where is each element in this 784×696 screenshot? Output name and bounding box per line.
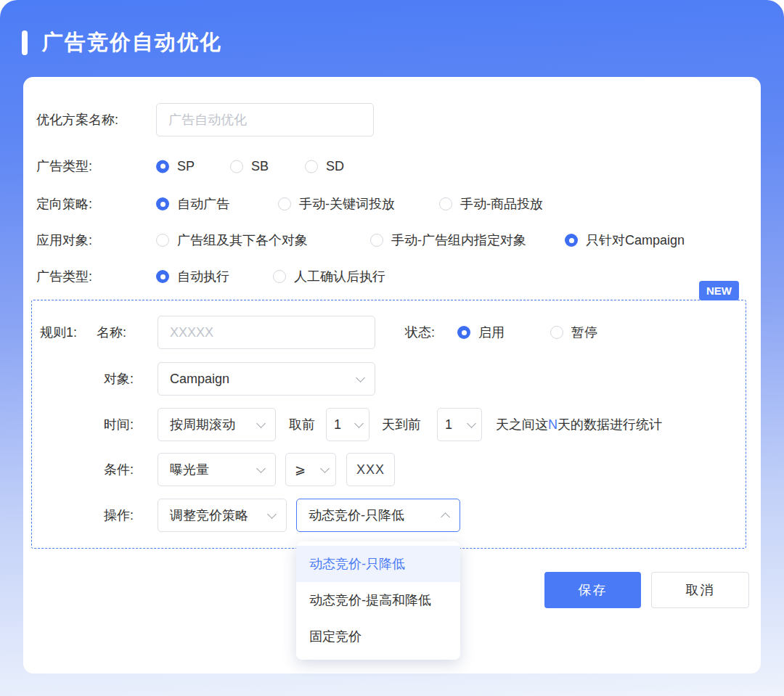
- radio-selected-icon: [156, 197, 169, 210]
- apply-target-label: 应用对象:: [36, 232, 92, 249]
- condition-operator-select[interactable]: ⩾: [285, 453, 336, 486]
- radio-label: 手动-关键词投放: [299, 195, 395, 213]
- action-strategy-select[interactable]: 调整竞价策略: [158, 499, 287, 532]
- radio-apply-adgroup-all[interactable]: 广告组及其下各个对象: [156, 232, 308, 249]
- radio-label: 自动执行: [177, 268, 229, 285]
- chevron-down-icon: [267, 509, 277, 519]
- radio-label: SD: [326, 159, 344, 174]
- select-value: 曝光量: [170, 461, 209, 478]
- save-button[interactable]: 保存: [544, 572, 641, 608]
- radio-execute-manual-confirm[interactable]: 人工确认后执行: [273, 268, 385, 285]
- rule-object-label: 对象:: [104, 370, 134, 388]
- radio-unselected-icon: [273, 270, 286, 283]
- radio-unselected-icon: [370, 234, 383, 247]
- radio-selected-icon: [156, 270, 169, 283]
- radio-unselected-icon: [550, 326, 563, 339]
- radio-label: SP: [177, 159, 195, 174]
- hint-text: 天的数据进行统计: [558, 417, 662, 432]
- radio-label: 暂停: [571, 324, 597, 341]
- menu-item-fixed-bid[interactable]: 固定竞价: [296, 618, 460, 655]
- input-value: XXX: [356, 462, 385, 478]
- rule-time-label: 时间:: [104, 416, 134, 433]
- rule-title: 规则1:: [40, 324, 77, 341]
- radio-selected-icon: [565, 234, 578, 247]
- cancel-button[interactable]: 取消: [651, 572, 749, 608]
- new-badge: NEW: [699, 281, 739, 300]
- radio-status-paused[interactable]: 暂停: [550, 324, 597, 341]
- time-to-days-select[interactable]: 1: [437, 408, 482, 441]
- title-accent-bar: [22, 30, 28, 55]
- chevron-up-icon: [441, 512, 450, 522]
- radio-label: 广告组及其下各个对象: [177, 232, 308, 249]
- hint-text: 天之间这: [496, 417, 548, 432]
- radio-selected-icon: [156, 160, 169, 173]
- rule-action-label: 操作:: [104, 507, 134, 524]
- radio-label: 启用: [478, 324, 505, 341]
- ad-type-label: 广告类型:: [36, 157, 92, 175]
- execute-mode-label: 广告类型:: [36, 268, 92, 285]
- radio-label: 人工确认后执行: [294, 268, 385, 285]
- select-value: 动态竞价-只降低: [309, 507, 404, 524]
- rule-name-input[interactable]: [158, 316, 375, 349]
- chevron-down-icon: [256, 419, 266, 428]
- radio-selected-icon: [457, 326, 470, 339]
- targeting-label: 定向策略:: [36, 195, 92, 213]
- radio-targeting-auto[interactable]: 自动广告: [156, 195, 229, 213]
- menu-item-dynamic-down-only[interactable]: 动态竞价-只降低: [296, 546, 460, 582]
- rule-object-select[interactable]: Campaign: [158, 362, 375, 396]
- time-stat-hint: 天之间这N天的数据进行统计: [496, 416, 662, 433]
- page: 广告竞价自动优化 优化方案名称: 广告类型: SP SB SD 定向策略: 自动…: [0, 0, 784, 696]
- radio-unselected-icon: [439, 197, 452, 210]
- radio-execute-auto[interactable]: 自动执行: [156, 268, 229, 285]
- select-value: ⩾: [295, 462, 306, 478]
- radio-apply-campaign-only[interactable]: 只针对Campaign: [565, 232, 685, 249]
- radio-targeting-product[interactable]: 手动-商品投放: [439, 195, 543, 213]
- plan-name-label: 优化方案名称:: [36, 111, 118, 128]
- chevron-down-icon: [354, 419, 364, 428]
- select-value: 1: [334, 417, 341, 433]
- radio-label: 手动-商品投放: [460, 195, 543, 213]
- radio-targeting-keyword[interactable]: 手动-关键词投放: [278, 195, 395, 213]
- bid-option-dropdown-menu: 动态竞价-只降低 动态竞价-提高和降低 固定竞价: [296, 541, 460, 660]
- chevron-down-icon: [356, 373, 365, 382]
- action-bid-select-open[interactable]: 动态竞价-只降低: [296, 499, 460, 532]
- radio-apply-adgroup-specified[interactable]: 手动-广告组内指定对象: [370, 232, 526, 249]
- radio-status-enabled[interactable]: 启用: [457, 324, 505, 341]
- select-value: 1: [445, 417, 452, 433]
- radio-label: 自动广告: [177, 195, 229, 213]
- radio-unselected-icon: [230, 160, 243, 173]
- hint-n: N: [548, 417, 558, 432]
- radio-label: 手动-广告组内指定对象: [391, 232, 526, 249]
- chevron-down-icon: [320, 464, 330, 473]
- select-value: 调整竞价策略: [170, 507, 248, 524]
- select-value: 按周期滚动: [170, 416, 235, 433]
- time-to-label: 天到前: [382, 416, 421, 433]
- radio-label: SB: [251, 159, 269, 174]
- plan-name-input[interactable]: [156, 103, 374, 136]
- chevron-down-icon: [467, 419, 476, 428]
- radio-unselected-icon: [156, 234, 169, 247]
- radio-label: 只针对Campaign: [586, 232, 685, 249]
- menu-item-dynamic-up-down[interactable]: 动态竞价-提高和降低: [296, 582, 460, 618]
- radio-ad-type-sb[interactable]: SB: [230, 159, 269, 174]
- rule-condition-label: 条件:: [104, 461, 134, 478]
- radio-ad-type-sp[interactable]: SP: [156, 159, 195, 174]
- chevron-down-icon: [256, 464, 266, 473]
- radio-unselected-icon: [305, 160, 318, 173]
- time-mode-select[interactable]: 按周期滚动: [158, 408, 276, 441]
- time-from-days-select[interactable]: 1: [326, 408, 369, 441]
- rule-name-label: 名称:: [97, 324, 126, 341]
- time-take-label: 取前: [289, 416, 315, 433]
- condition-value-input[interactable]: XXX: [346, 453, 395, 486]
- radio-ad-type-sd[interactable]: SD: [305, 159, 344, 174]
- radio-unselected-icon: [278, 197, 291, 210]
- rule-status-label: 状态:: [405, 324, 435, 341]
- page-title: 广告竞价自动优化: [42, 28, 222, 57]
- condition-metric-select[interactable]: 曝光量: [158, 453, 276, 486]
- select-value: Campaign: [170, 372, 229, 387]
